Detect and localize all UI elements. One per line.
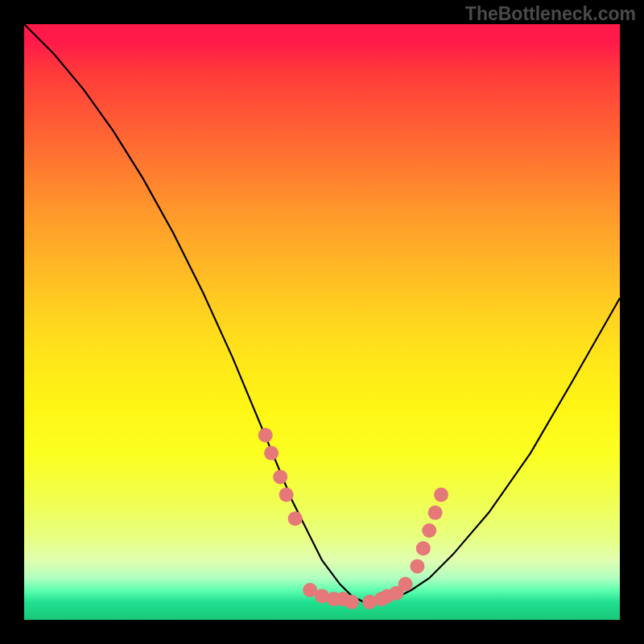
bottleneck-curve	[24, 24, 620, 602]
data-markers	[258, 428, 448, 609]
watermark-text: TheBottleneck.com	[465, 3, 636, 25]
chart-svg	[24, 24, 620, 620]
data-marker	[422, 523, 436, 538]
data-marker	[410, 559, 424, 573]
data-marker	[434, 488, 448, 502]
data-marker	[416, 541, 431, 555]
data-marker	[288, 511, 303, 526]
data-marker	[273, 469, 287, 484]
data-marker	[345, 595, 359, 609]
data-marker	[428, 506, 443, 520]
data-marker	[398, 577, 413, 592]
chart-plot-area	[24, 24, 620, 620]
data-marker	[279, 488, 294, 502]
data-marker	[264, 446, 279, 460]
data-marker	[258, 428, 273, 443]
